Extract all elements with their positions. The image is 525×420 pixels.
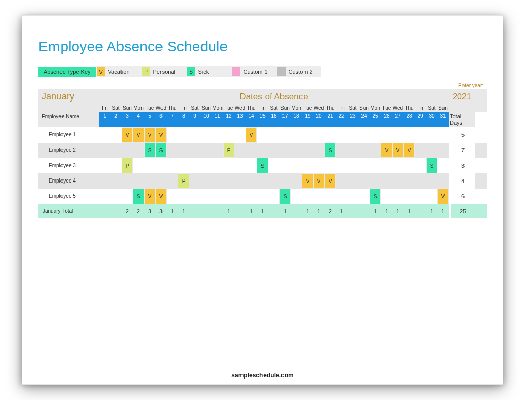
absence-cell[interactable] xyxy=(223,158,234,173)
absence-cell[interactable] xyxy=(415,127,426,143)
absence-cell[interactable] xyxy=(415,189,426,204)
absence-cell[interactable] xyxy=(291,143,302,158)
absence-cell[interactable] xyxy=(358,173,370,189)
absence-cell[interactable] xyxy=(133,173,144,189)
absence-cell[interactable] xyxy=(257,189,268,204)
absence-cell[interactable]: V xyxy=(325,173,336,189)
absence-cell[interactable] xyxy=(358,189,370,204)
absence-cell[interactable] xyxy=(99,189,110,204)
absence-cell[interactable] xyxy=(347,143,358,158)
absence-cell[interactable]: S xyxy=(155,143,167,158)
absence-cell[interactable] xyxy=(246,143,257,158)
absence-cell[interactable] xyxy=(336,158,347,173)
absence-cell[interactable] xyxy=(302,143,313,158)
absence-cell[interactable]: V xyxy=(403,143,415,158)
absence-cell[interactable] xyxy=(110,127,122,143)
absence-cell[interactable] xyxy=(200,173,212,189)
absence-cell[interactable] xyxy=(167,143,178,158)
absence-cell[interactable] xyxy=(246,158,257,173)
absence-cell[interactable] xyxy=(291,173,302,189)
absence-cell[interactable] xyxy=(200,143,212,158)
absence-cell[interactable]: P xyxy=(178,173,189,189)
absence-cell[interactable] xyxy=(403,173,415,189)
absence-cell[interactable] xyxy=(212,158,223,173)
absence-cell[interactable] xyxy=(99,127,110,143)
absence-cell[interactable] xyxy=(110,143,122,158)
absence-cell[interactable] xyxy=(212,189,223,204)
absence-cell[interactable] xyxy=(268,173,279,189)
absence-cell[interactable] xyxy=(110,189,122,204)
absence-cell[interactable] xyxy=(302,158,313,173)
absence-cell[interactable] xyxy=(189,127,200,143)
absence-cell[interactable] xyxy=(257,173,268,189)
absence-cell[interactable] xyxy=(189,143,200,158)
absence-cell[interactable] xyxy=(167,173,178,189)
absence-cell[interactable] xyxy=(381,189,392,204)
absence-cell[interactable] xyxy=(189,189,200,204)
absence-cell[interactable] xyxy=(268,143,279,158)
absence-cell[interactable] xyxy=(313,189,325,204)
absence-cell[interactable] xyxy=(133,143,144,158)
absence-cell[interactable] xyxy=(99,158,110,173)
absence-cell[interactable]: S xyxy=(279,189,291,204)
absence-cell[interactable] xyxy=(223,127,234,143)
absence-cell[interactable] xyxy=(347,127,358,143)
absence-cell[interactable] xyxy=(212,143,223,158)
absence-cell[interactable] xyxy=(437,173,449,189)
absence-cell[interactable] xyxy=(234,158,246,173)
absence-cell[interactable] xyxy=(370,127,381,143)
absence-cell[interactable] xyxy=(325,158,336,173)
absence-cell[interactable] xyxy=(133,158,144,173)
absence-cell[interactable]: P xyxy=(223,143,234,158)
absence-cell[interactable]: V xyxy=(437,189,449,204)
absence-cell[interactable] xyxy=(144,173,155,189)
absence-cell[interactable] xyxy=(381,173,392,189)
absence-cell[interactable] xyxy=(313,143,325,158)
absence-cell[interactable]: V xyxy=(246,127,257,143)
absence-cell[interactable] xyxy=(381,158,392,173)
absence-cell[interactable] xyxy=(358,158,370,173)
absence-cell[interactable] xyxy=(437,158,449,173)
absence-cell[interactable]: S xyxy=(144,143,155,158)
absence-cell[interactable]: S xyxy=(370,189,381,204)
absence-cell[interactable] xyxy=(122,189,133,204)
absence-cell[interactable] xyxy=(155,173,167,189)
absence-cell[interactable] xyxy=(200,127,212,143)
absence-cell[interactable] xyxy=(178,158,189,173)
absence-cell[interactable] xyxy=(178,189,189,204)
absence-cell[interactable] xyxy=(313,158,325,173)
absence-cell[interactable]: V xyxy=(313,173,325,189)
absence-cell[interactable]: S xyxy=(325,143,336,158)
absence-cell[interactable]: V xyxy=(381,143,392,158)
absence-cell[interactable] xyxy=(426,143,437,158)
absence-cell[interactable] xyxy=(167,127,178,143)
absence-cell[interactable] xyxy=(257,127,268,143)
absence-cell[interactable] xyxy=(336,143,347,158)
absence-cell[interactable] xyxy=(291,127,302,143)
absence-cell[interactable] xyxy=(392,173,403,189)
absence-cell[interactable] xyxy=(257,143,268,158)
absence-cell[interactable]: V xyxy=(392,143,403,158)
absence-cell[interactable]: V xyxy=(144,189,155,204)
absence-cell[interactable] xyxy=(325,127,336,143)
absence-cell[interactable] xyxy=(336,127,347,143)
absence-cell[interactable] xyxy=(279,173,291,189)
absence-cell[interactable] xyxy=(167,189,178,204)
absence-cell[interactable] xyxy=(279,127,291,143)
absence-cell[interactable] xyxy=(347,158,358,173)
absence-cell[interactable] xyxy=(313,127,325,143)
absence-cell[interactable]: V xyxy=(155,189,167,204)
absence-cell[interactable] xyxy=(291,189,302,204)
absence-cell[interactable]: S xyxy=(426,158,437,173)
absence-cell[interactable] xyxy=(415,173,426,189)
absence-cell[interactable] xyxy=(200,189,212,204)
absence-cell[interactable] xyxy=(122,173,133,189)
absence-cell[interactable] xyxy=(358,143,370,158)
absence-cell[interactable] xyxy=(437,143,449,158)
absence-cell[interactable] xyxy=(167,158,178,173)
year-value[interactable]: 2021 xyxy=(449,92,475,102)
absence-cell[interactable] xyxy=(234,127,246,143)
absence-cell[interactable] xyxy=(392,127,403,143)
absence-cell[interactable] xyxy=(246,173,257,189)
absence-cell[interactable]: V xyxy=(133,127,144,143)
